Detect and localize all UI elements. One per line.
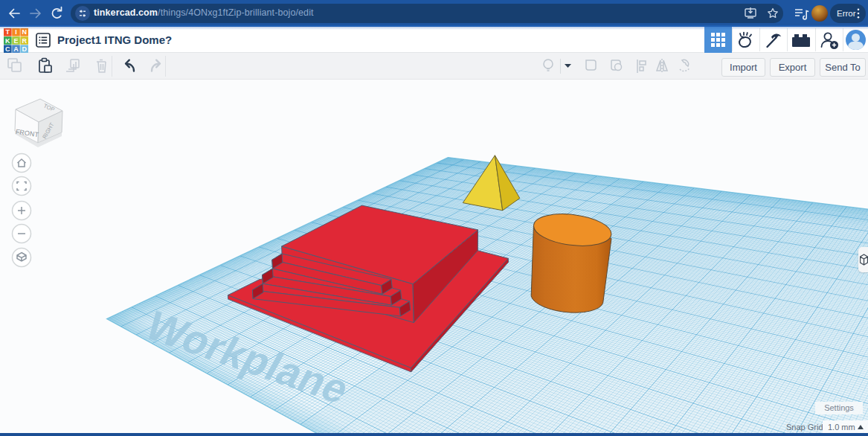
svg-text:E: E: [13, 37, 18, 45]
svg-text:A: A: [13, 45, 19, 53]
svg-text:R: R: [22, 37, 27, 45]
svg-text:K: K: [5, 37, 10, 45]
svg-text:C: C: [5, 45, 10, 53]
svg-text:D: D: [22, 45, 27, 53]
